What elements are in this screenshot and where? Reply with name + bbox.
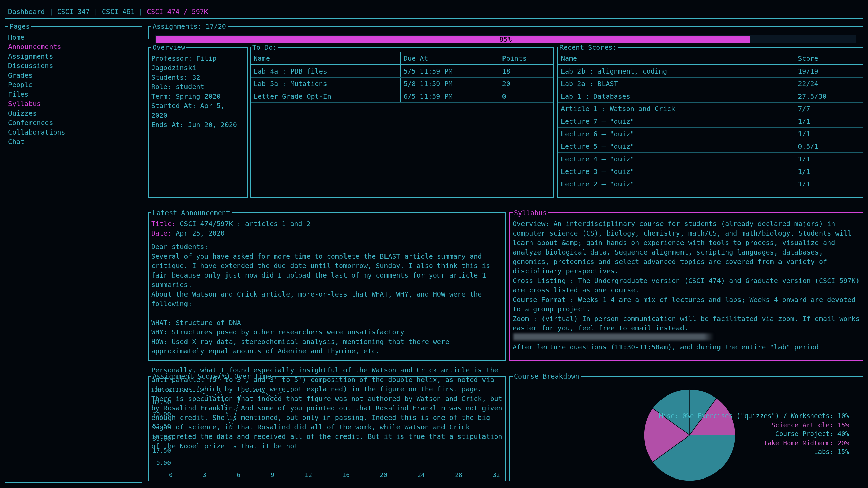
overview-line: Role: student [151,82,244,92]
overview-line: Students: 32 [151,73,244,82]
recent-row[interactable]: Article 1 : Watson and Crick7/7 [558,103,863,115]
x-tick: 6 [237,471,240,479]
y-tick: 0.00 [151,459,171,467]
recent-scores-panel: Recent Scores: NameScoreLab 2b : alignme… [557,43,863,198]
assignments-panel: Assignments: 17/20 85% [148,22,863,39]
tab-csci-474[interactable]: CSCI 474 / 597K [147,7,208,16]
todo-header: Points [499,52,553,65]
breakdown-label: Misc: 0%e Exercises ("quizzes") / Worksh… [659,411,849,421]
sidebar-item-people[interactable]: People [8,80,139,89]
score-chart-title: Assignment Score(%) Over Time [151,371,272,381]
chart-y-axis: 105.0087.5070.0052.5035.0017.500.00 [151,386,171,467]
recent-row[interactable]: Lab 2a : BLAST22/24 [558,78,863,90]
sidebar-item-collaborations[interactable]: Collaborations [8,127,139,137]
overview-title: Overview [151,43,186,52]
recent-row[interactable]: Lecture 5 – "quiz"0.5/1 [558,140,863,153]
recent-row[interactable]: Lecture 6 – "quiz"1/1 [558,128,863,140]
y-tick: 105.00 [151,386,171,394]
y-tick: 87.50 [151,398,171,406]
breakdown-panel: Course Breakdown Misc: 0%e Exercises ("q… [509,371,863,481]
syllabus-body: Overview: An interdisciplinary course fo… [513,219,860,352]
syllabus-panel[interactable]: Syllabus Overview: An interdisciplinary … [509,208,863,361]
tab-dashboard[interactable]: Dashboard [8,7,45,16]
breakdown-label: Labs: 15% [659,447,849,456]
sidebar-item-chat[interactable]: Chat [8,137,139,146]
recent-row[interactable]: Lab 1 : Databases27.5/30 [558,90,863,103]
overview-panel: Overview Professor: Filip Jagodzinski St… [148,43,248,198]
breakdown-label: Take Home Midterm: 20% [659,439,849,448]
tab-separator: | [139,7,143,16]
todo-panel: To Do: NameDue AtPointsLab 4a : PDB file… [250,43,554,198]
chart-line [169,388,500,467]
y-tick: 17.50 [151,446,171,455]
recent-header: Score [795,52,863,65]
syllabus-scroll-indicator [513,333,859,340]
x-tick: 9 [271,471,274,479]
progress-label: 85% [156,36,855,43]
sidebar-item-grades[interactable]: Grades [8,70,139,80]
syllabus-title: Syllabus [513,208,548,218]
sidebar-item-discussions[interactable]: Discussions [8,61,139,70]
x-tick: 3 [203,471,206,479]
sidebar-item-home[interactable]: Home [8,33,139,42]
overview-line: Term: Spring 2020 [151,92,244,101]
sidebar-item-assignments[interactable]: Assignments [8,52,139,61]
todo-header: Name [251,52,401,65]
x-tick: 16 [342,471,350,479]
todo-title: To Do: [251,43,278,52]
announcement-title: Latest Announcement [151,208,232,218]
recent-row[interactable]: Lecture 3 – "quiz"1/1 [558,165,863,178]
x-tick: 20 [380,471,387,479]
x-tick: 32 [493,471,500,479]
todo-row[interactable]: Lab 4a : PDB files5/5 11:59 PM18 [251,65,553,78]
chart-area [169,388,500,467]
y-tick: 35.00 [151,434,171,443]
tab-csci-347[interactable]: CSCI 347 [57,7,90,16]
overview-line: Professor: Filip Jagodzinski [151,54,244,73]
x-tick: 12 [304,471,312,479]
announcement-panel: Latest Announcement Title: CSCI 474/597K… [148,208,506,361]
todo-table: NameDue AtPointsLab 4a : PDB files5/5 11… [251,52,553,103]
todo-header: Due At [401,52,499,65]
sidebar-item-files[interactable]: Files [8,89,139,99]
x-tick: 24 [417,471,425,479]
sidebar-item-conferences[interactable]: Conferences [8,118,139,127]
announcement-meta: Title: CSCI 474/597K : articles 1 and 2 … [151,219,502,238]
y-tick: 52.50 [151,422,171,430]
overview-line: Ends At: Jun 20, 2020 [151,120,244,129]
breakdown-label: Science Article: 15% [659,421,849,430]
score-chart-panel: Assignment Score(%) Over Time 105.0087.5… [148,371,506,481]
sidebar-item-announcements[interactable]: Announcements [8,42,139,52]
y-tick: 70.00 [151,410,171,419]
recent-row[interactable]: Lab 2b : alignment, coding19/19 [558,65,863,78]
progress-bar: 85% [155,35,856,43]
chart-x-axis: 0369121620242832 [169,471,500,479]
todo-row[interactable]: Letter Grade Opt-In6/5 11:59 PM0 [251,90,553,103]
todo-row[interactable]: Lab 5a : Mutations5/8 11:59 PM20 [251,78,553,90]
sidebar-panel: Pages HomeAnnouncementsAssignmentsDiscus… [5,22,142,483]
tab-separator: | [94,7,98,16]
tabs: Dashboard | CSCI 347 | CSCI 461 | CSCI 4… [8,7,208,16]
tab-separator: | [49,7,53,16]
breakdown-labels: Misc: 0%e Exercises ("quizzes") / Worksh… [659,411,849,456]
sidebar-title: Pages [8,22,31,31]
recent-scores-table: NameScoreLab 2b : alignment, coding19/19… [558,52,863,190]
x-tick: 28 [455,471,462,479]
recent-row[interactable]: Lecture 7 – "quiz"1/1 [558,115,863,128]
breakdown-label: Course Project: 40% [659,429,849,439]
recent-header: Name [558,52,795,65]
assignments-title: Assignments: 17/20 [151,22,228,31]
tab-csci-461[interactable]: CSCI 461 [102,7,135,16]
x-tick: 0 [169,471,173,479]
recent-row[interactable]: Lecture 4 – "quiz"1/1 [558,153,863,165]
breakdown-title: Course Breakdown [513,371,581,381]
sidebar-item-syllabus[interactable]: Syllabus [8,99,139,108]
overview-line: Started At: Apr 5, 2020 [151,101,244,120]
recent-row[interactable]: Lecture 2 – "quiz"1/1 [558,178,863,190]
recent-scores-title: Recent Scores: [558,43,618,52]
sidebar-item-quizzes[interactable]: Quizzes [8,108,139,118]
